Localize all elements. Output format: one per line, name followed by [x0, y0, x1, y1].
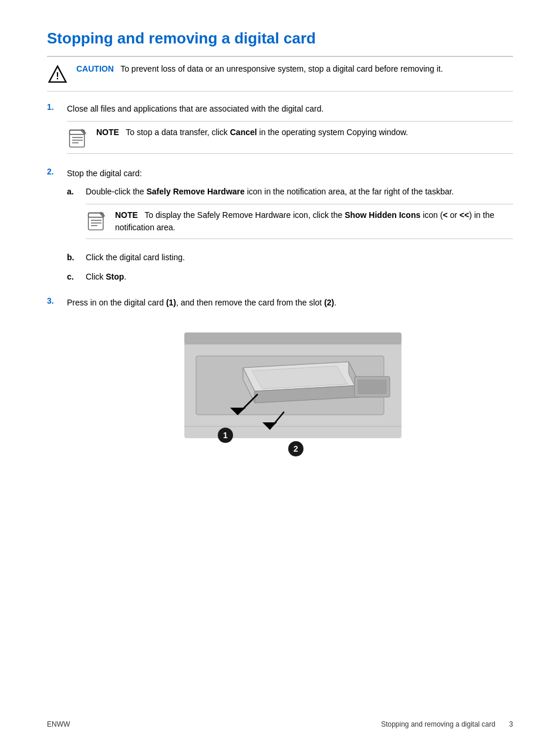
step-2b-content: Click the digital card listing. — [86, 251, 513, 264]
card-illustration-container: 1 2 — [67, 321, 513, 473]
note-label-2: NOTE — [115, 210, 138, 220]
caution-text: CAUTION To prevent loss of data or an un… — [76, 63, 443, 75]
svg-rect-10 — [89, 213, 103, 230]
step-1-number: 1. — [47, 102, 59, 160]
note-text-1: NOTE To stop a data transfer, click Canc… — [96, 126, 408, 139]
note-body-1: To stop a data transfer, click Cancel in… — [122, 127, 408, 137]
note-icon-1 — [67, 127, 88, 149]
note-label-1: NOTE — [96, 127, 119, 137]
step-3-text: Press in on the digital card (1), and th… — [67, 298, 336, 307]
step-2: 2. Stop the digital card: a. Double-clic… — [47, 167, 513, 289]
step-2a: a. Double-click the Safely Remove Hardwa… — [67, 185, 513, 245]
caution-block: ! CAUTION To prevent loss of data or an … — [47, 56, 513, 92]
note-block-2: NOTE To display the Safely Remove Hardwa… — [86, 204, 513, 239]
step-1: 1. Close all files and applications that… — [47, 102, 513, 160]
step-2-sublist: a. Double-click the Safely Remove Hardwa… — [67, 185, 513, 283]
note-block-1: NOTE To stop a data transfer, click Canc… — [67, 121, 513, 154]
step-2-content: Stop the digital card: a. Double-click t… — [67, 167, 513, 289]
step-2b-text: Click the digital card listing. — [86, 253, 185, 262]
caution-icon: ! — [47, 64, 68, 85]
step-3: 3. Press in on the digital card (1), and… — [47, 296, 513, 485]
step-2b: b. Click the digital card listing. — [67, 251, 513, 264]
footer-left: ENWW — [47, 720, 70, 728]
step-2a-text: Double-click the Safely Remove Hardware … — [86, 187, 454, 196]
step-3-content: Press in on the digital card (1), and th… — [67, 296, 513, 485]
footer: ENWW Stopping and removing a digital car… — [47, 720, 513, 728]
page-title: Stopping and removing a digital card — [47, 29, 513, 48]
step-2c-text: Click Stop. — [86, 272, 126, 281]
step-1-content: Close all files and applications that ar… — [67, 102, 513, 160]
step-2c: c. Click Stop. — [67, 270, 513, 283]
svg-text:!: ! — [56, 70, 59, 81]
svg-rect-19 — [184, 332, 402, 344]
caution-body: To prevent loss of data or an unresponsi… — [116, 64, 443, 73]
note-icon-2 — [86, 210, 107, 231]
footer-right: Stopping and removing a digital card 3 — [381, 720, 513, 728]
svg-rect-2 — [70, 130, 85, 147]
step-1-text: Close all files and applications that ar… — [67, 104, 323, 113]
step-2a-label: a. — [67, 185, 76, 245]
step-2a-content: Double-click the Safely Remove Hardware … — [86, 185, 513, 245]
svg-text:1: 1 — [223, 431, 228, 440]
caution-label: CAUTION — [76, 64, 114, 73]
svg-rect-38 — [357, 379, 387, 394]
card-illustration: 1 2 — [167, 321, 413, 473]
step-2-text: Stop the digital card: — [67, 169, 142, 178]
svg-text:2: 2 — [294, 444, 298, 453]
step-2-number: 2. — [47, 167, 59, 289]
step-3-number: 3. — [47, 296, 59, 485]
step-2c-label: c. — [67, 270, 76, 283]
step-2b-label: b. — [67, 251, 76, 264]
step-2c-content: Click Stop. — [86, 270, 513, 283]
note-body-2: To display the Safely Remove Hardware ic… — [115, 210, 494, 232]
note-text-2: NOTE To display the Safely Remove Hardwa… — [115, 209, 513, 234]
